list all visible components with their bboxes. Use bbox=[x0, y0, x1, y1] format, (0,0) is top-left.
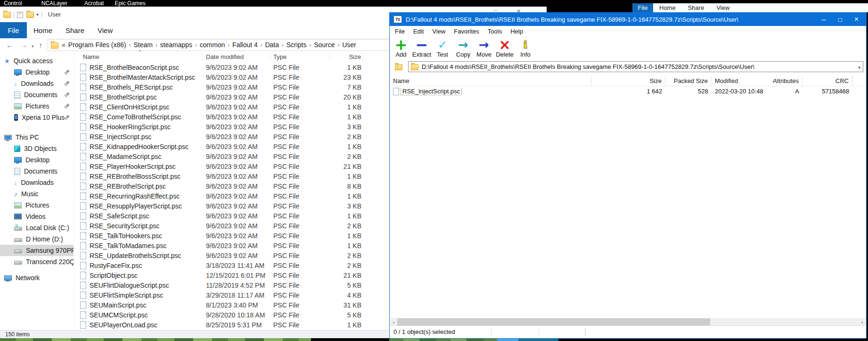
file-type: PSC File bbox=[270, 103, 330, 111]
column-header-modified[interactable]: Modified bbox=[712, 75, 777, 86]
sidebar-item[interactable]: Transcend 220Q (F: bbox=[0, 256, 74, 267]
menubar-item-ncalayer[interactable]: NCALayer bbox=[41, 0, 67, 7]
sidebar-item[interactable]: Xperia 10 Plus bbox=[0, 112, 74, 123]
address-field[interactable]: D:\Fallout 4 mods\RSEII_Brothels\RSEII B… bbox=[408, 61, 863, 72]
sidebar-item[interactable]: Downloads bbox=[0, 177, 74, 188]
sidebar-item[interactable]: Pictures bbox=[0, 100, 74, 112]
breadcrumb-item[interactable]: Fallout 4 bbox=[229, 41, 261, 49]
tab-share[interactable]: Share bbox=[59, 22, 91, 38]
toolbar-move-button[interactable]: Move bbox=[474, 37, 494, 59]
up-icon[interactable] bbox=[39, 41, 43, 49]
column-header-date-modified[interactable]: Date modified bbox=[203, 52, 270, 61]
chevron-down-icon[interactable] bbox=[858, 63, 860, 70]
minimize-icon[interactable] bbox=[822, 16, 826, 23]
sidebar-item[interactable]: Music bbox=[0, 188, 74, 200]
breadcrumb-item[interactable]: steamapps bbox=[157, 41, 195, 49]
tab-view[interactable]: View bbox=[710, 3, 736, 12]
sidebar-item[interactable]: Desktop bbox=[0, 67, 74, 78]
sidebar-group[interactable]: Quick access bbox=[0, 55, 74, 67]
breadcrumb-item[interactable]: Scripts bbox=[284, 41, 310, 49]
file-name-cell: RSE_MadameScript.psc bbox=[74, 153, 203, 160]
column-header-attributes[interactable]: Attributes bbox=[777, 75, 802, 86]
file-name-cell: RSE_SafeScript.psc bbox=[74, 212, 203, 220]
menubar-item-epic-games[interactable]: Epic Games bbox=[115, 0, 145, 7]
menubar-item-control[interactable]: Control bbox=[4, 0, 22, 7]
menu-tools[interactable]: Tools bbox=[483, 28, 506, 35]
tab-home[interactable]: Home bbox=[653, 3, 682, 12]
horizontal-scrollbar[interactable] bbox=[390, 318, 866, 326]
tab-home[interactable]: Home bbox=[27, 22, 59, 38]
properties-check-icon[interactable] bbox=[17, 12, 23, 18]
menu-edit[interactable]: Edit bbox=[409, 28, 428, 35]
breadcrumb-item[interactable]: Steam bbox=[131, 41, 155, 49]
sidebar-item[interactable]: Downloads bbox=[0, 78, 74, 89]
column-header-type[interactable]: Type bbox=[270, 52, 330, 61]
menu-favorites[interactable]: Favorites bbox=[450, 28, 483, 35]
scrollbar-thumb[interactable] bbox=[397, 318, 710, 325]
breadcrumb-item[interactable]: Program Files (x86) bbox=[66, 41, 129, 49]
column-header-name[interactable]: Name bbox=[390, 75, 592, 86]
toolbar-extract-button[interactable]: Extract bbox=[411, 37, 432, 59]
menu-view[interactable]: View bbox=[428, 28, 450, 35]
sidebar-item[interactable]: Samsung 970PRO ( bbox=[0, 245, 74, 256]
delete-icon bbox=[499, 39, 510, 51]
file-icon bbox=[80, 83, 86, 91]
sidebar-item[interactable]: Local Disk (C:) bbox=[0, 222, 74, 233]
toolbar-test-button[interactable]: Test bbox=[432, 37, 453, 59]
column-header-name[interactable]: Name bbox=[74, 52, 203, 61]
column-header-crc[interactable]: CRC bbox=[802, 75, 852, 86]
sidebar-item[interactable]: Videos bbox=[0, 211, 74, 222]
scroll-left-icon[interactable] bbox=[390, 318, 397, 326]
file-icon bbox=[80, 64, 86, 71]
maximize-icon[interactable] bbox=[838, 16, 842, 23]
breadcrumb-item[interactable]: Data bbox=[262, 41, 282, 49]
toolbar-button-label: Extract bbox=[412, 51, 431, 58]
sidebar-item[interactable]: 3D Objects bbox=[0, 143, 74, 154]
toolbar-copy-button[interactable]: Copy bbox=[453, 37, 474, 59]
breadcrumb-item[interactable]: Source bbox=[311, 41, 337, 49]
file-date: 9/6/2023 9:02 AM bbox=[203, 192, 270, 200]
tab-share[interactable]: Share bbox=[682, 3, 711, 12]
sidebar-item[interactable]: D Home (D:) bbox=[0, 233, 74, 245]
file-name-cell: RSE_ResupplyPlayerScript.psc bbox=[74, 202, 203, 210]
column-header-packed-size[interactable]: Packed Size bbox=[665, 75, 712, 86]
tab-file[interactable]: File bbox=[632, 3, 653, 12]
sidebar-item[interactable]: Documents bbox=[0, 166, 74, 177]
back-icon[interactable] bbox=[6, 41, 13, 49]
sidebar-item-label: Music bbox=[21, 190, 39, 198]
up-folder-button[interactable] bbox=[393, 61, 405, 72]
toolbar-add-button[interactable]: Add bbox=[391, 37, 411, 59]
folder-icon bbox=[411, 64, 418, 70]
folder-icon[interactable] bbox=[26, 12, 34, 18]
menu-file[interactable]: File bbox=[391, 28, 409, 35]
sidebar-group[interactable]: Network bbox=[0, 272, 74, 283]
tab-file[interactable]: File bbox=[0, 22, 27, 38]
file-size: 1 KB bbox=[330, 321, 363, 329]
forward-icon[interactable] bbox=[20, 41, 27, 49]
breadcrumb-overflow-icon[interactable] bbox=[62, 41, 66, 49]
breadcrumb-item[interactable]: common bbox=[197, 41, 228, 49]
column-header-size[interactable]: Size bbox=[592, 75, 665, 86]
network-icon bbox=[4, 275, 12, 281]
sidebar-item-label: Desktop bbox=[25, 156, 49, 164]
column-header-size[interactable]: Size bbox=[330, 52, 363, 61]
chevron-down-icon[interactable] bbox=[36, 12, 39, 17]
tab-view[interactable]: View bbox=[91, 22, 119, 38]
close-icon[interactable] bbox=[854, 16, 859, 23]
sidebar-group[interactable]: This PC bbox=[0, 132, 74, 143]
file-type: PSC File bbox=[270, 222, 330, 230]
file-name-cell: RSE_ComeToBrothelScript.psc bbox=[74, 113, 203, 121]
sidebar-item[interactable]: Documents bbox=[0, 89, 74, 100]
breadcrumb-item[interactable]: User bbox=[339, 41, 359, 49]
menubar-item-acrobat[interactable]: Acrobat bbox=[84, 0, 104, 7]
archive-file-row[interactable]: RSE_InjectScript.psc1 6425282022-03-20 1… bbox=[390, 86, 866, 96]
sidebar-item-label: D Home (D:) bbox=[26, 235, 63, 243]
sidebar-item[interactable]: Pictures bbox=[0, 200, 74, 211]
menu-help[interactable]: Help bbox=[506, 28, 527, 35]
toolbar-delete-button[interactable]: Delete bbox=[494, 37, 515, 59]
history-chevron-icon[interactable] bbox=[32, 41, 34, 49]
toolbar-info-button[interactable]: Info bbox=[515, 37, 536, 59]
scroll-right-icon[interactable] bbox=[859, 318, 866, 326]
sidebar-item[interactable]: Desktop bbox=[0, 154, 74, 166]
sidebar-item-label: Downloads bbox=[21, 179, 54, 186]
